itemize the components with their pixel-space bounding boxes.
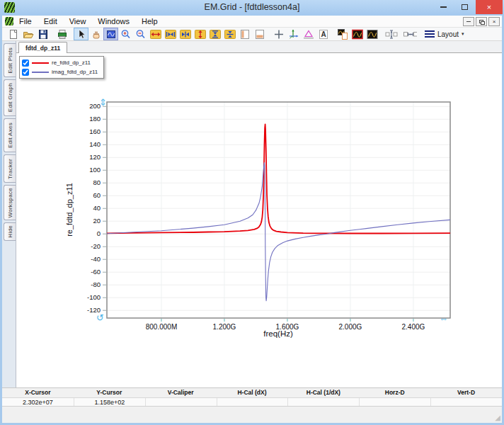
menu-windows[interactable]: Windows [98,17,130,26]
legend-line-sample-imag [32,72,49,73]
hand-icon [91,29,102,40]
sidebar-tab-workspace[interactable]: Workspace [4,185,16,220]
layout-label: Layout [437,30,459,38]
v-expand-icon [195,29,206,40]
svg-text:2.400G: 2.400G [402,323,425,331]
copy-plot-button[interactable] [335,28,350,40]
mdi-restore-button[interactable] [476,17,487,26]
caliper-tool-button[interactable] [301,28,316,40]
menu-edit[interactable]: Edit [44,17,57,26]
zoom-in-icon [120,29,132,40]
svg-text:60: 60 [93,191,101,199]
gridlines [107,102,450,318]
tick-labels: 800.000M1.200G1.600G2.000G2.400G-120-100… [87,102,425,331]
left-panel-icon [239,29,251,40]
maximize-button[interactable] [454,0,474,14]
menu-file[interactable]: File [19,17,32,26]
v-fit-button[interactable] [222,28,237,40]
chevron-down-icon: ▾ [462,31,464,37]
legend-label-imag: imag_fdtd_dp_z11 [52,69,98,75]
plot-dark-icon [367,29,378,40]
resize-handle-horizontal[interactable]: ⇔ [439,314,448,323]
plot-legend: re_fdtd_dp_z11 imag_fdtd_dp_z11 [19,56,104,79]
text-label-button[interactable]: A [316,28,331,40]
zoom-region-button[interactable] [103,28,118,40]
new-file-icon [8,29,19,40]
plot-style-active-button[interactable] [350,28,365,40]
minimize-button[interactable] [433,0,453,14]
axes-crosshair-icon [288,29,299,40]
status-col-hcal-1dx: H-Cal (1/dX) [287,388,359,397]
close-button[interactable]: × [476,0,503,14]
pan-tool-button[interactable] [88,28,103,40]
sidebar-tab-edit-axes[interactable]: Edit Axes [4,118,16,152]
plot-svg[interactable]: 800.000M1.200G1.600G2.000G2.400G-120-100… [16,41,503,387]
svg-text:140: 140 [89,140,101,148]
svg-text:20: 20 [93,217,101,225]
sidebar-tab-edit-plots[interactable]: Edit Plots [4,43,16,77]
layout-dropdown[interactable]: Layout ▾ [422,28,467,40]
mdi-minimize-button[interactable] [463,17,474,26]
axes-tool-button[interactable] [286,28,301,40]
plus-icon [273,29,285,40]
side-tabstrip: Edit Plots Edit Graph Edit Axes Tracker … [2,41,16,387]
legend-label-re: re_fdtd_dp_z11 [52,60,91,66]
mdi-close-button[interactable]: × [488,17,500,26]
menu-view[interactable]: View [69,17,86,26]
plot-style-button[interactable] [365,28,379,40]
print-icon [57,29,68,40]
menu-help[interactable]: Help [142,17,158,26]
left-panel-button[interactable] [237,28,252,40]
legend-item: re_fdtd_dp_z11 [22,58,98,67]
resize-handle-vertical[interactable]: ⇕ [99,98,107,107]
copy-plot-icon [337,29,348,40]
rotate-handle-corner[interactable]: ↺ [96,313,104,322]
legend-checkbox-re[interactable] [22,60,29,67]
h-compress-button[interactable] [163,28,178,40]
svg-text:80: 80 [93,178,101,186]
h-spacing-button[interactable] [403,28,418,40]
title-bar[interactable]: EM.Grid - [fdtdlesson4a] × [0,0,504,16]
status-col-vert-d: Vert-D [430,388,502,397]
v-compress-button[interactable] [207,28,222,40]
sidebar-tab-hide[interactable]: Hide [4,222,16,241]
svg-text:100: 100 [89,166,101,174]
minimize-icon [440,6,447,8]
document-logo-icon [5,17,13,26]
print-button[interactable] [55,28,69,40]
select-arrow-icon [76,29,87,40]
svg-text:-80: -80 [91,280,101,288]
new-file-button[interactable] [6,28,21,40]
save-button[interactable] [35,28,50,40]
plot-canvas-area: fdtd_dp_z11 re_fdtd_dp_z11 imag_fdtd_dp_… [16,41,502,387]
svg-text:-40: -40 [91,255,101,263]
svg-text:180: 180 [89,115,101,123]
svg-text:1.200G: 1.200G [213,323,236,331]
status-col-y-cursor: Y-Cursor [74,388,145,397]
h-expand-button[interactable] [148,28,163,40]
zoom-region-icon [105,29,117,40]
resize-grip[interactable]: ◢ [495,414,500,421]
add-cursor-button[interactable] [271,28,286,40]
status-col-hcal-dx: H-Cal (dX) [217,388,288,397]
open-file-button[interactable] [21,28,35,40]
legend-line-sample-re [32,62,49,64]
sidebar-tab-tracker[interactable]: Tracker [4,154,16,183]
status-col-x-cursor: X-Cursor [2,388,74,397]
zoom-in-button[interactable] [118,28,133,40]
svg-text:160: 160 [89,128,101,135]
sidebar-tab-edit-graph[interactable]: Edit Graph [4,79,16,116]
x-axis-label: freq(Hz) [263,329,293,338]
save-icon [38,29,49,40]
status-strip: ◢ [2,406,502,423]
legend-checkbox-imag[interactable] [22,69,29,76]
select-tool-button[interactable] [74,28,88,40]
mdi-close-icon: × [493,18,496,25]
bottom-panel-button[interactable] [252,28,267,40]
zoom-out-button[interactable] [133,28,148,40]
v-expand-button[interactable] [193,28,207,40]
v-spacing-button[interactable] [384,28,399,40]
y-axis-label: re_fdtd_dp_z11 [65,183,74,237]
h-fit-button[interactable] [178,28,193,40]
zoom-out-icon [135,29,147,40]
